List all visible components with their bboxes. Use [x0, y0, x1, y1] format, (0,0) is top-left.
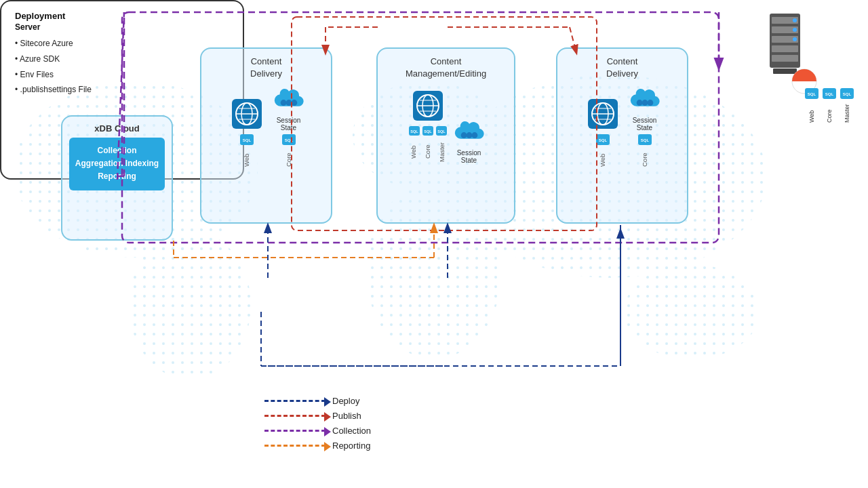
svg-point-76: [793, 28, 797, 32]
cm-core-label: Core: [424, 140, 431, 164]
deploy-db-icons: SQL Web SQL Core SQL Master: [804, 88, 854, 123]
svg-rect-72: [772, 45, 798, 52]
svg-point-63: [636, 100, 642, 106]
cm-session-label: SessionState: [457, 149, 481, 164]
cm-title: ContentManagement/Editing: [378, 56, 514, 80]
legend-deploy-label: Deploy: [332, 396, 359, 406]
cloud-icon: [274, 88, 304, 113]
deploy-subtitle: Server: [15, 22, 243, 32]
content-delivery-1-box: ContentDelivery SQL Web: [200, 47, 332, 224]
deploy-title: Deployment: [15, 11, 243, 21]
legend-reporting-label: Reporting: [332, 441, 370, 451]
svg-text:SQL: SQL: [843, 92, 852, 96]
legend-publish-label: Publish: [332, 411, 361, 421]
xdb-title: xDB Cloud: [62, 123, 172, 134]
cd2-globe-icon: [585, 96, 620, 131]
cd2-session-group: SessionState SQL Core: [630, 88, 660, 172]
content-management-box: ContentManagement/Editing SQL: [376, 47, 515, 224]
deploy-core-label: Core: [826, 101, 833, 123]
svg-point-52: [460, 132, 467, 138]
cm-db-core: SQL: [422, 126, 434, 136]
globe-icon: [229, 96, 264, 131]
svg-text:SQL: SQL: [242, 138, 251, 142]
svg-point-54: [471, 132, 477, 138]
svg-point-2: [129, 230, 251, 380]
cd2-session-label: SessionState: [633, 117, 657, 131]
cd2-web-group: SQL Web: [585, 96, 620, 172]
cd2-title: ContentDelivery: [557, 56, 687, 80]
svg-point-53: [466, 132, 472, 138]
cm-web-group: SQL SQL SQL Web Core Master: [408, 88, 448, 164]
cd1-web-group: SQL Web: [229, 96, 264, 172]
cd2-cloud-icon: [630, 88, 660, 113]
svg-text:SQL: SQL: [598, 138, 607, 142]
svg-text:SQL: SQL: [424, 129, 432, 134]
cm-db-web: SQL: [408, 126, 420, 136]
db-web-icon: SQL: [239, 134, 254, 145]
svg-point-77: [793, 37, 797, 41]
cd2-db-web: SQL: [595, 134, 610, 145]
cm-web-label: Web: [410, 140, 417, 164]
cd1-title: ContentDelivery: [201, 56, 331, 80]
legend-collection: Collection: [264, 426, 371, 436]
cm-globe-icon: [410, 88, 446, 123]
deploy-web-label: Web: [808, 101, 815, 123]
db-core-icon: SQL: [281, 134, 296, 145]
cm-master-label: Master: [438, 140, 446, 164]
svg-text:SQL: SQL: [284, 138, 293, 142]
cd2-db-core: SQL: [637, 134, 652, 145]
cm-db-master: SQL: [435, 126, 448, 136]
svg-text:SQL: SQL: [825, 92, 834, 96]
svg-rect-73: [772, 55, 798, 62]
svg-text:SQL: SQL: [808, 92, 816, 96]
svg-point-65: [647, 100, 653, 106]
svg-point-64: [642, 100, 648, 106]
cd1-core-label: Core: [285, 148, 292, 172]
svg-text:SQL: SQL: [437, 129, 446, 134]
xdb-cloud-box: xDB Cloud Collection Aggregation Indexin…: [61, 115, 173, 241]
main-diagram: xDB Cloud Collection Aggregation Indexin…: [0, 0, 868, 488]
cd1-session-label: SessionState: [277, 117, 301, 131]
legend-publish: Publish: [264, 411, 371, 421]
svg-point-36: [285, 100, 292, 106]
cd1-web-label: Web: [243, 148, 250, 172]
legend-reporting: Reporting: [264, 441, 371, 451]
cd1-session-group: SessionState SQL Core: [274, 88, 304, 172]
legend-deploy: Deploy: [264, 396, 371, 406]
cm-session-group: SessionState: [454, 121, 484, 164]
svg-text:SQL: SQL: [640, 138, 649, 142]
svg-point-6: [624, 264, 760, 359]
legend: Deploy Publish Collection Reporting: [264, 396, 371, 455]
svg-point-35: [280, 100, 286, 106]
cm-cloud-icon: [454, 121, 484, 145]
deploy-master-label: Master: [844, 101, 850, 123]
content-delivery-2-box: ContentDelivery SQL Web: [556, 47, 688, 224]
svg-point-75: [793, 18, 797, 22]
cd2-core-label: Core: [641, 148, 648, 172]
svg-text:SQL: SQL: [410, 129, 418, 134]
xdb-inner-label: Collection Aggregation Indexing Reportin…: [69, 138, 165, 190]
legend-collection-label: Collection: [332, 426, 371, 436]
cd2-web-label: Web: [599, 148, 606, 172]
svg-point-37: [291, 100, 297, 106]
